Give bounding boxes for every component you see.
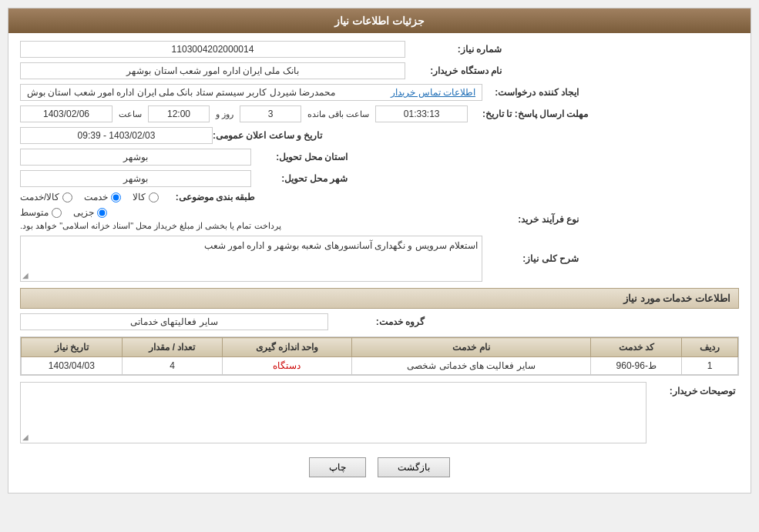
services-table: ردیف کد خدمت نام خدمت واحد اندازه گیری ت… — [21, 337, 738, 375]
subject-khedmat-option: خدمت — [84, 192, 121, 202]
services-table-container: ردیف کد خدمت نام خدمت واحد اندازه گیری ت… — [20, 336, 739, 376]
purchase-type-label: نوع فرآیند خرید: — [482, 214, 583, 225]
purchase-note: پرداخت تمام یا بخشی از مبلغ خریداز محل "… — [20, 221, 281, 231]
purchase-mottavaset-radio[interactable] — [52, 208, 62, 218]
table-row: 1ط-96-960سایر فعالیت های خدماتی شخصیدستگ… — [22, 357, 738, 375]
purchase-radio-group: متوسط جزیی — [20, 207, 107, 218]
page-title: جزئیات اطلاعات نیاز — [8, 8, 751, 33]
deadline-date-value: 1403/02/06 — [20, 105, 113, 122]
col-service-code: کد خدمت — [591, 338, 682, 357]
city-row: شهر محل تحویل: بوشهر — [20, 170, 739, 187]
response-deadline-label: مهلت ارسال پاسخ: تا تاریخ: — [482, 109, 592, 119]
province-label: استان محل تحویل: — [251, 152, 351, 162]
resize-icon: ◢ — [22, 271, 29, 279]
cell-name: سایر فعالیت های خدماتی شخصی — [351, 357, 591, 375]
col-quantity: تعداد / مقدار — [122, 338, 223, 357]
description-label: شرح کلی نیاز: — [482, 253, 583, 264]
subject-kala-khedmat-option: کالا/خدمت — [20, 192, 72, 202]
cell-date: 1403/04/03 — [22, 357, 123, 375]
jozi-label: جزیی — [73, 207, 94, 218]
deadline-days-value: 3 — [240, 105, 301, 122]
service-group-label: گروه خدمت: — [328, 316, 428, 327]
col-unit: واحد اندازه گیری — [223, 338, 351, 357]
buyer-org-row: نام دستگاه خریدار: بانک ملی ایران اداره … — [20, 62, 739, 79]
kala-khedmat-label: کالا/خدمت — [20, 192, 59, 202]
back-button[interactable]: بازگشت — [378, 457, 450, 477]
subject-khedmat-radio[interactable] — [111, 192, 121, 202]
buyer-resize-icon: ◢ — [22, 433, 29, 441]
description-row: شرح کلی نیاز: استعلام سرویس و نگهداری آس… — [20, 236, 739, 282]
description-value: استعلام سرویس و نگهداری آسانسورهای شعبه … — [204, 240, 478, 251]
print-button[interactable]: چاپ — [309, 457, 366, 477]
deadline-time-value: 12:00 — [148, 105, 210, 122]
buyer-desc-section: توصیحات خریدار: ◢ — [20, 382, 739, 443]
announce-row: تاریخ و ساعت اعلان عمومی: 1403/02/03 - 0… — [20, 127, 739, 144]
col-row-num: ردیف — [682, 338, 738, 357]
subject-label: طبقه بندی موضوعی: — [159, 192, 259, 202]
time-label: ساعت — [119, 109, 142, 119]
buyer-desc-box: ◢ — [20, 382, 646, 443]
subject-kala-khedmat-radio[interactable] — [62, 192, 72, 202]
subject-kala-option: کالا — [133, 192, 159, 202]
remaining-time-label: ساعت باقی مانده — [307, 109, 369, 119]
services-section-title: اطلاعات خدمات مورد نیاز — [20, 288, 739, 309]
cell-quantity: 4 — [122, 357, 223, 375]
purchase-jozi-option: جزیی — [73, 207, 107, 218]
requester-label: ایجاد کننده درخواست: — [482, 87, 583, 98]
response-deadline-row: مهلت ارسال پاسخ: تا تاریخ: 01:33:13 ساعت… — [20, 105, 739, 122]
requester-row: ایجاد کننده درخواست: اطلاعات تماس خریدار… — [20, 84, 739, 101]
cell-unit: دستگاه — [223, 357, 351, 375]
remaining-time-value: 01:33:13 — [375, 105, 468, 122]
province-row: استان محل تحویل: بوشهر — [20, 149, 739, 166]
city-label: شهر محل تحویل: — [251, 173, 351, 184]
footer-buttons: بازگشت چاپ — [20, 450, 739, 485]
cell-code: ط-96-960 — [591, 357, 682, 375]
service-group-value: سایر فعالیتهای خدماتی — [20, 313, 328, 330]
buyer-org-label: نام دستگاه خریدار: — [405, 65, 505, 76]
subject-kala-radio[interactable] — [149, 192, 159, 202]
kala-label: کالا — [133, 192, 146, 202]
cell-row: 1 — [682, 357, 738, 375]
col-service-name: نام خدمت — [351, 338, 591, 357]
buyer-desc-label: توصیحات خریدار: — [646, 382, 739, 396]
subject-row: طبقه بندی موضوعی: کالا/خدمت خدمت کالا — [20, 192, 739, 202]
purchase-type-row: نوع فرآیند خرید: متوسط جزیی پرداخت تمام … — [20, 207, 739, 231]
col-need-date: تاریخ نیاز — [22, 338, 123, 357]
service-group-row: گروه خدمت: سایر فعالیتهای خدماتی — [20, 313, 739, 330]
request-number-row: شماره نیاز: 1103004202000014 — [20, 41, 739, 58]
khedmat-label: خدمت — [84, 192, 108, 202]
purchase-jozi-radio[interactable] — [97, 208, 107, 218]
announce-value: 1403/02/03 - 09:39 — [20, 127, 213, 144]
request-number-label: شماره نیاز: — [405, 44, 505, 55]
requester-contact-link[interactable]: اطلاعات تماس خریدار — [391, 87, 475, 98]
city-value: بوشهر — [20, 170, 251, 187]
province-value: بوشهر — [20, 149, 251, 166]
days-label: روز و — [216, 109, 233, 119]
subject-radio-group: کالا/خدمت خدمت کالا — [20, 192, 159, 202]
request-number-value: 1103004202000014 — [20, 41, 405, 58]
announce-label: تاریخ و ساعت اعلان عمومی: — [213, 130, 326, 141]
mottavaset-label: متوسط — [20, 207, 49, 218]
requester-value: محمدرضا شیردل کاربر سیستم ستاد بانک ملی … — [27, 87, 335, 98]
buyer-org-value: بانک ملی ایران اداره امور شعب استان بوشه… — [20, 62, 405, 79]
purchase-mottavaset-option: متوسط — [20, 207, 62, 218]
